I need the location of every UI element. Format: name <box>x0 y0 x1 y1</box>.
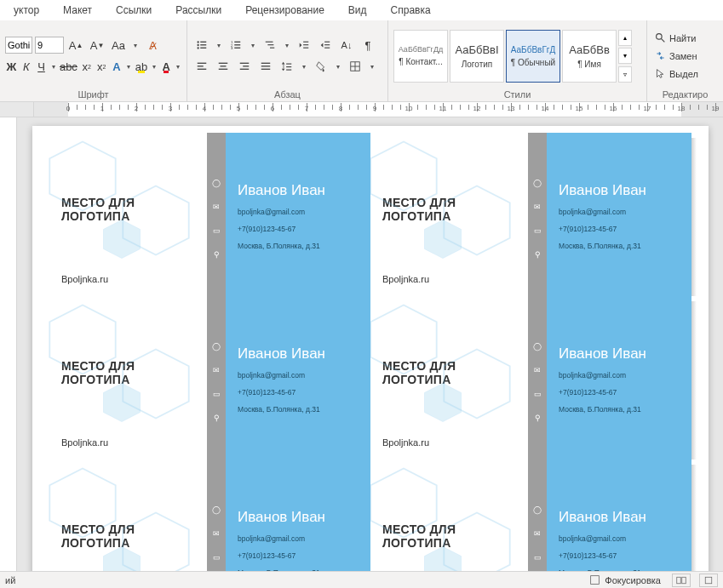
font-name-input[interactable] <box>5 37 32 54</box>
dropdown-icon[interactable]: ▾ <box>125 63 132 71</box>
search-icon <box>655 32 666 43</box>
mail-icon: ✉ <box>533 366 542 374</box>
svg-marker-45 <box>370 142 436 211</box>
svg-rect-12 <box>266 42 273 43</box>
align-right-button[interactable] <box>235 57 254 76</box>
page[interactable]: МЕСТО ДЛЯ ЛОГОТИПАBpoljnka.ru◯✉▭⚲Иванов … <box>32 126 709 571</box>
justify-button[interactable] <box>256 57 275 76</box>
strike-button[interactable]: abc <box>59 57 77 76</box>
numbering-button[interactable]: 123 <box>227 36 245 54</box>
style-preview: АаБбВвГгД <box>511 45 555 54</box>
superscript-button[interactable]: x2 <box>95 57 108 76</box>
dropdown-icon[interactable]: ▾ <box>299 63 309 71</box>
svg-rect-7 <box>234 42 240 43</box>
chevron-down-icon[interactable]: ▾ <box>618 48 632 64</box>
tab-help[interactable]: Справка <box>379 1 443 20</box>
dropdown-icon[interactable]: ▾ <box>367 63 377 71</box>
horizontal-ruler[interactable]: 012345678910111213141516171819 <box>0 102 723 117</box>
font-size-input[interactable] <box>35 37 64 54</box>
svg-rect-27 <box>240 63 250 64</box>
align-left-button[interactable] <box>192 57 211 76</box>
bold-button[interactable]: Ж <box>5 57 18 76</box>
style-tile-contact[interactable]: АаБбВвГгДд ¶ Контакт... <box>393 30 448 83</box>
dropdown-icon[interactable]: ▾ <box>214 42 224 49</box>
underline-button[interactable]: Ч <box>35 57 48 76</box>
style-tile-normal[interactable]: АаБбВвГгД ¶ Обычный <box>506 30 560 83</box>
borders-button[interactable] <box>346 57 364 76</box>
line-spacing-button[interactable] <box>278 57 296 76</box>
chevron-up-icon[interactable]: ▴ <box>618 30 632 46</box>
card-front: МЕСТО ДЛЯ ЛОГОТИПАBpoljnka.ru <box>49 133 207 296</box>
multilevel-button[interactable] <box>261 36 279 54</box>
business-card[interactable]: МЕСТО ДЛЯ ЛОГОТИПАBpoljnka.ru◯✉▭⚲Иванов … <box>49 133 370 296</box>
shrink-font-button[interactable]: A▼ <box>88 36 106 54</box>
svg-marker-59 <box>425 547 462 572</box>
business-card[interactable]: МЕСТО ДЛЯ ЛОГОТИПАBpoljnka.ru◯✉▭⚲Иванов … <box>370 296 691 460</box>
sort-button[interactable]: A↓ <box>337 36 356 54</box>
dropdown-icon[interactable]: ▾ <box>248 42 258 49</box>
svg-rect-36 <box>286 70 291 71</box>
font-color-button[interactable]: A <box>160 57 173 76</box>
align-center-button[interactable] <box>214 57 232 76</box>
subscript-button[interactable]: x2 <box>80 57 93 76</box>
contact-phone: +7(910)123-45-67 <box>238 225 362 233</box>
show-marks-button[interactable]: ¶ <box>359 36 377 54</box>
more-icon[interactable]: ▿ <box>618 66 632 83</box>
business-card[interactable]: МЕСТО ДЛЯ ЛОГОТИПАBpoljnka.ru◯✉▭⚲Иванов … <box>370 133 691 296</box>
contact-name: Иванов Иван <box>559 509 683 526</box>
style-gallery-scroll[interactable]: ▴ ▾ ▿ <box>618 30 632 83</box>
dropdown-icon[interactable]: ▾ <box>50 63 57 71</box>
indent-dec-button[interactable] <box>295 36 313 54</box>
view-print-button[interactable] <box>699 574 718 587</box>
svg-rect-5 <box>200 48 206 49</box>
card-front: МЕСТО ДЛЯ ЛОГОТИПАBpoljnka.ru <box>370 460 528 571</box>
indent-inc-button[interactable] <box>316 36 335 54</box>
dropdown-icon[interactable]: ▾ <box>130 42 141 49</box>
svg-rect-60 <box>591 576 600 585</box>
vertical-ruler[interactable] <box>0 117 17 571</box>
dropdown-icon[interactable]: ▾ <box>175 63 181 71</box>
highlight-button[interactable]: ab <box>135 57 148 76</box>
tab-review[interactable]: Рецензирование <box>233 1 336 20</box>
svg-rect-22 <box>198 66 204 66</box>
svg-rect-16 <box>303 44 308 45</box>
svg-rect-33 <box>284 64 284 68</box>
hexagon-icon <box>44 138 121 214</box>
clear-format-button[interactable]: A̷ <box>143 36 162 54</box>
dropdown-icon[interactable]: ▾ <box>333 63 343 71</box>
grow-font-button[interactable]: A▲ <box>66 36 85 54</box>
svg-rect-28 <box>243 66 249 66</box>
tab-mailings[interactable]: Рассылки <box>164 1 233 20</box>
change-case-button[interactable]: Aa <box>109 36 128 54</box>
find-button[interactable]: Найти <box>652 30 718 47</box>
select-button[interactable]: Выдел <box>652 66 718 83</box>
tab-constructor[interactable]: уктор <box>2 1 51 20</box>
text-effects-button[interactable]: A <box>111 57 123 76</box>
business-card[interactable]: МЕСТО ДЛЯ ЛОГОТИПАBpoljnka.ru◯✉▭⚲Иванов … <box>49 296 370 460</box>
tab-references[interactable]: Ссылки <box>104 1 164 20</box>
svg-rect-24 <box>219 63 228 64</box>
style-tile-logo[interactable]: АаБбВвІ Логотип <box>450 30 504 83</box>
dropdown-icon[interactable]: ▾ <box>151 63 158 71</box>
business-card[interactable]: МЕСТО ДЛЯ ЛОГОТИПАBpoljnka.ru◯✉▭⚲Иванов … <box>49 460 370 571</box>
tab-layout[interactable]: Макет <box>51 1 104 20</box>
tab-view[interactable]: Вид <box>336 1 379 20</box>
svg-rect-34 <box>286 64 291 65</box>
card-back: Иванов Иванbpoljnka@gmail.com+7(910)123-… <box>226 296 370 460</box>
business-card[interactable]: МЕСТО ДЛЯ ЛОГОТИПАBpoljnka.ru◯✉▭⚲Иванов … <box>370 460 691 571</box>
focus-mode-button[interactable]: Фокусировка <box>587 572 663 589</box>
italic-button[interactable]: К <box>20 57 33 76</box>
dropdown-icon[interactable]: ▾ <box>282 42 292 49</box>
replace-button[interactable]: Замен <box>652 48 718 65</box>
phone-icon: ▭ <box>212 390 221 398</box>
view-read-button[interactable] <box>672 574 691 587</box>
style-tile-name[interactable]: АаБбВв ¶ Имя <box>562 30 617 83</box>
person-icon: ◯ <box>533 342 542 351</box>
bullets-button[interactable] <box>192 36 211 54</box>
svg-line-41 <box>661 38 664 42</box>
person-icon: ◯ <box>212 505 221 514</box>
svg-marker-44 <box>104 220 141 259</box>
svg-rect-15 <box>303 42 308 43</box>
hexagon-icon <box>422 218 464 260</box>
shading-button[interactable] <box>312 57 330 76</box>
